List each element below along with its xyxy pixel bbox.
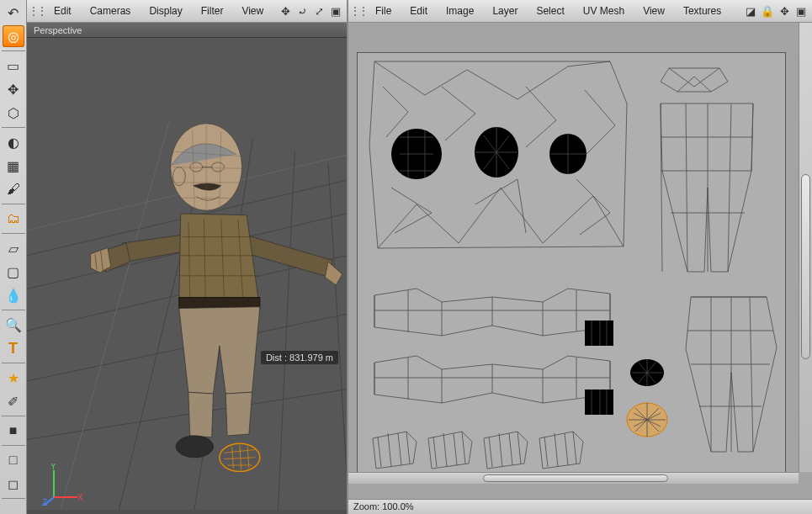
svg-point-37 (172, 167, 185, 186)
move-icon[interactable]: ✥ (278, 3, 293, 19)
menu-select[interactable]: Select (528, 0, 572, 22)
uv-island-shoe-a (630, 359, 664, 386)
eyedropper-icon[interactable]: ✐ (3, 390, 24, 412)
svg-marker-19 (179, 214, 258, 300)
viewport-panel: Edit Cameras Display Filter View ✥ ⤾ ⤢ ▣… (27, 0, 348, 514)
menu-layer[interactable]: Layer (484, 0, 526, 22)
magnet-icon[interactable]: ⬡ (3, 102, 24, 124)
drop-icon[interactable]: 💧 (3, 284, 24, 306)
undo-icon[interactable]: ↶ (3, 2, 24, 24)
menu-textures[interactable]: Textures (675, 0, 730, 22)
separator (2, 204, 25, 204)
zoom-icon[interactable]: 🔍 (3, 314, 24, 336)
grip-icon[interactable] (352, 4, 365, 18)
swatch-fg-icon[interactable]: ■ (3, 420, 24, 442)
move-tool-icon[interactable]: ✥ (3, 78, 24, 100)
uv-canvas-area[interactable] (348, 23, 812, 499)
svg-marker-28 (179, 307, 260, 394)
channel-icon[interactable]: ◻ (3, 473, 24, 495)
scrollbar-horizontal[interactable] (348, 472, 799, 484)
separator (2, 233, 25, 234)
menu-view-left[interactable]: View (233, 0, 272, 22)
uv-island-sweater-front (374, 289, 610, 336)
swatch-bg-icon[interactable]: □ (3, 449, 24, 471)
separator (2, 498, 25, 499)
rect-select-icon[interactable]: ▭ (3, 55, 24, 77)
checker-icon[interactable]: ▦ (3, 155, 24, 177)
uv-island-collar (661, 68, 728, 92)
svg-text:Z: Z (42, 498, 47, 506)
move-icon[interactable]: ✥ (777, 3, 792, 19)
uv-island-pants-front (661, 103, 753, 272)
menu-file[interactable]: File (367, 0, 400, 22)
svg-marker-30 (226, 392, 252, 436)
selected-shoe[interactable] (220, 443, 260, 471)
scrollbar-thumb[interactable] (801, 174, 810, 359)
separator (2, 416, 25, 416)
viewport-label: Perspective (27, 23, 347, 38)
uv-island-sweater-back (374, 356, 610, 403)
axis-gizmo: Y X Z (42, 464, 84, 506)
rotate-icon[interactable]: ⤾ (295, 3, 310, 19)
svg-point-31 (176, 436, 213, 458)
separator (2, 50, 25, 51)
svg-text:X: X (77, 493, 83, 502)
svg-rect-27 (179, 298, 260, 309)
uv-island-hand-3 (484, 432, 528, 469)
uv-island-hand-1 (373, 432, 417, 469)
tool-palette: ↶◎▭✥⬡◐▦🖌🗂▱▢💧🔍T★✐■□◻ (0, 0, 27, 514)
uv-island-pants-back (686, 297, 777, 452)
menu-cameras[interactable]: Cameras (82, 0, 140, 22)
eraser-icon[interactable]: ▱ (3, 237, 24, 259)
distance-readout: Dist : 831.979 m (261, 351, 338, 364)
live-select-icon[interactable]: ◎ (3, 25, 24, 47)
menu-image[interactable]: Image (438, 0, 482, 22)
menu-uvmesh[interactable]: UV Mesh (575, 0, 633, 22)
separator (2, 127, 25, 128)
scrollbar-thumb[interactable] (483, 474, 668, 482)
menu-edit-left[interactable]: Edit (45, 0, 80, 22)
uv-canvas[interactable] (357, 52, 786, 481)
lasso-icon[interactable]: ◐ (3, 131, 24, 153)
uv-island-patch-a (585, 321, 613, 346)
separator (2, 445, 25, 446)
text-tool-icon[interactable]: T (3, 337, 24, 359)
brush-icon[interactable]: 🖌 (3, 178, 24, 200)
uv-island-hand-4 (539, 432, 583, 469)
maximize-icon[interactable]: ▣ (793, 3, 809, 19)
separator (2, 363, 25, 363)
frame-icon[interactable]: ▢ (3, 261, 24, 283)
hierarchy-icon[interactable]: 🗂 (3, 208, 24, 230)
menu-display[interactable]: Display (141, 0, 190, 22)
menu-filter[interactable]: Filter (193, 0, 232, 22)
scrollbar-vertical[interactable] (799, 23, 812, 472)
lock-icon[interactable]: 🔒 (760, 3, 775, 19)
viewport-3d[interactable]: Perspective (27, 23, 347, 514)
uv-editor-panel: File Edit Image Layer Select UV Mesh Vie… (348, 0, 812, 514)
uv-mesh (358, 53, 787, 482)
uv-menubar: File Edit Image Layer Select UV Mesh Vie… (348, 0, 812, 23)
svg-marker-29 (188, 392, 214, 437)
uv-island-head (369, 61, 627, 248)
scale-icon[interactable]: ⤢ (311, 3, 326, 19)
uv-island-shoe-selected[interactable] (627, 403, 667, 437)
svg-marker-18 (325, 262, 342, 285)
viewport-menubar: Edit Cameras Display Filter View ✥ ⤾ ⤢ ▣ (27, 0, 347, 23)
uv-footer: Zoom: 100.0% (348, 499, 812, 514)
separator (2, 310, 25, 310)
grip-icon[interactable] (30, 4, 44, 18)
uv-island-patch-b (585, 389, 613, 415)
zoom-value: 100.0% (382, 501, 413, 511)
menu-edit[interactable]: Edit (401, 0, 436, 22)
histogram-icon[interactable]: ◪ (743, 3, 758, 19)
zoom-label: Zoom: (353, 501, 379, 511)
frame-icon[interactable]: ▣ (328, 3, 343, 19)
star-tool-icon[interactable]: ★ (3, 367, 24, 389)
svg-text:Y: Y (50, 464, 56, 471)
character-model[interactable] (69, 82, 347, 485)
uv-island-hand-2 (428, 432, 472, 469)
menu-view[interactable]: View (634, 0, 673, 22)
svg-rect-48 (585, 389, 613, 415)
svg-rect-47 (585, 321, 613, 346)
